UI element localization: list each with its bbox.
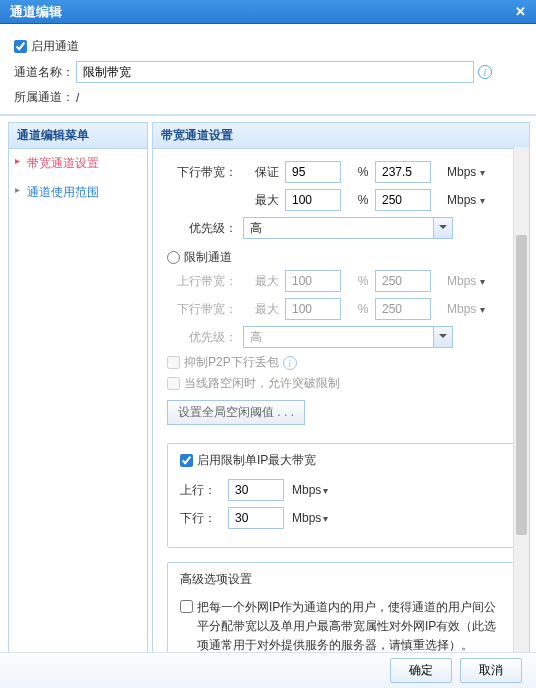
top-form: 启用通道 通道名称： i 所属通道： / [0,24,536,116]
unit-mbps-6[interactable]: Mbps▾ [292,511,328,525]
limit-max-label-2: 最大 [243,301,279,318]
limit-channel-radio[interactable] [167,251,180,264]
parent-channel-label: 所属通道： [14,89,76,106]
sidebar-header: 通道编辑菜单 [9,123,147,149]
guarantee-label: 保证 [243,164,279,181]
unit-mbps[interactable]: Mbps▾ [447,165,499,179]
channel-name-input[interactable] [76,61,474,83]
window-title: 通道编辑 [10,3,62,21]
limit-priority-label: 优先级： [167,329,237,346]
priority-label: 优先级： [167,220,237,237]
pct-symbol-2: % [357,193,369,207]
sidebar: 通道编辑菜单 带宽通道设置 通道使用范围 [8,122,148,668]
titlebar: 通道编辑 ✕ [0,0,536,24]
ok-button[interactable]: 确定 [390,658,452,683]
per-ip-down-input[interactable] [228,507,284,529]
advanced-title: 高级选项设置 [180,571,502,588]
suppress-p2p-label: 抑制P2P下行丢包 [184,354,279,371]
chevron-down-icon: ▾ [480,167,485,178]
limit-down-label: 下行带宽： [167,301,237,318]
main-panel: 带宽通道设置 下行带宽： 保证 % Mbps▾ 最大 % Mbps▾ 优先级： [152,122,530,668]
allow-burst-label: 当线路空闲时，允许突破限制 [184,375,340,392]
limit-priority-select: 高 [243,326,453,348]
parent-channel-value: / [76,91,79,105]
unit-mbps-5[interactable]: Mbps▾ [292,483,328,497]
per-ip-title: 启用限制单IP最大带宽 [197,452,316,469]
chevron-down-icon [439,334,447,342]
limit-up-pct-input [285,270,341,292]
chevron-down-icon [439,225,447,233]
chevron-down-icon: ▾ [480,195,485,206]
per-ip-fieldset: 启用限制单IP最大带宽 上行： Mbps▾ 下行： Mbps▾ [167,443,515,548]
footer: 确定 取消 [0,652,536,688]
unit-mbps-3: Mbps▾ [447,274,499,288]
limit-max-label-1: 最大 [243,273,279,290]
per-ip-up-input[interactable] [228,479,284,501]
unit-mbps-2[interactable]: Mbps▾ [447,193,499,207]
down-bandwidth-label: 下行带宽： [167,164,237,181]
limit-channel-label: 限制通道 [184,249,232,266]
limit-down-pct-input [285,298,341,320]
cancel-button[interactable]: 取消 [460,658,522,683]
per-ip-checkbox[interactable] [180,454,193,467]
limit-up-label: 上行带宽： [167,273,237,290]
allow-burst-checkbox [167,377,180,390]
sidebar-item-bandwidth[interactable]: 带宽通道设置 [9,149,147,178]
limit-bandwidth-grid: 上行带宽： 最大 % Mbps▾ 下行带宽： 最大 % Mbps▾ [167,270,515,320]
down-max-pct-input[interactable] [285,189,341,211]
suppress-p2p-checkbox [167,356,180,369]
enable-channel-checkbox[interactable] [14,40,27,53]
advanced-checkbox-text: 把每一个外网IP作为通道内的用户，使得通道的用户间公平分配带宽以及单用户最高带宽… [197,598,502,656]
info-icon: i [283,356,297,370]
down-guarantee-pct-input[interactable] [285,161,341,183]
info-icon[interactable]: i [478,65,492,79]
close-icon[interactable]: ✕ [515,4,526,19]
pct-symbol-4: % [357,302,369,316]
pct-symbol: % [357,165,369,179]
sidebar-item-scope[interactable]: 通道使用范围 [9,178,147,207]
limit-up-mbps-input [375,270,431,292]
main-panel-header: 带宽通道设置 [153,123,529,149]
per-ip-up-label: 上行： [180,482,220,499]
priority-select[interactable]: 高 [243,217,453,239]
chevron-down-icon: ▾ [323,485,328,496]
down-max-mbps-input[interactable] [375,189,431,211]
down-bandwidth-grid: 下行带宽： 保证 % Mbps▾ 最大 % Mbps▾ [167,161,515,211]
chevron-down-icon: ▾ [323,513,328,524]
per-ip-down-label: 下行： [180,510,220,527]
down-guarantee-mbps-input[interactable] [375,161,431,183]
idle-threshold-button: 设置全局空闲阈值 . . . [167,400,305,425]
enable-channel-label: 启用通道 [31,38,79,55]
channel-name-label: 通道名称： [14,64,76,81]
chevron-down-icon: ▾ [480,304,485,315]
advanced-wanip-checkbox[interactable] [180,600,193,613]
max-label: 最大 [243,192,279,209]
chevron-down-icon: ▾ [480,276,485,287]
scrollbar-thumb[interactable] [516,235,527,535]
pct-symbol-3: % [357,274,369,288]
scrollbar-track[interactable] [513,147,529,667]
unit-mbps-4: Mbps▾ [447,302,499,316]
limit-down-mbps-input [375,298,431,320]
